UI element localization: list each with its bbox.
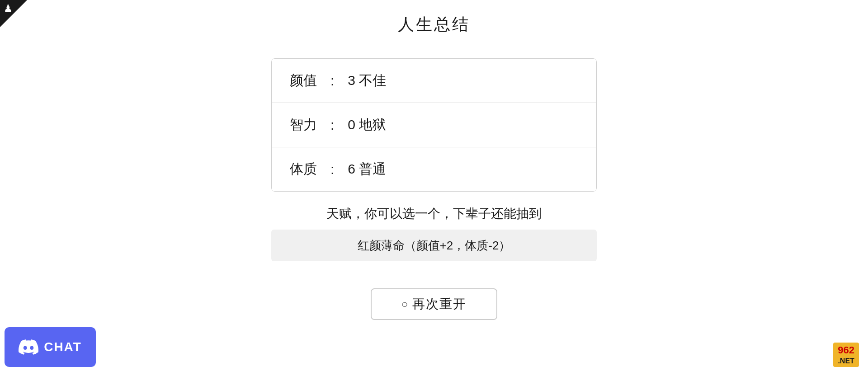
stat-row-intelligence: 智力 : 0 地狱 bbox=[272, 103, 596, 147]
restart-icon: ○ bbox=[401, 298, 409, 310]
stat-value-appearance: 3 不佳 bbox=[348, 71, 386, 90]
page-title: 人生总结 bbox=[398, 14, 470, 36]
talent-option-text: 红颜薄命（颜值+2，体质-2） bbox=[358, 238, 511, 254]
watermark-number: 962 bbox=[838, 344, 854, 356]
stat-colon-intelligence: : bbox=[330, 118, 334, 133]
stat-label-intelligence: 智力 bbox=[290, 116, 330, 134]
stat-label-constitution: 体质 bbox=[290, 160, 330, 179]
talent-option[interactable]: 红颜薄命（颜值+2，体质-2） bbox=[271, 230, 597, 261]
watermark: 962 .NET bbox=[833, 343, 859, 367]
restart-button[interactable]: ○ 再次重开 bbox=[371, 288, 497, 320]
stat-colon-appearance: : bbox=[330, 73, 334, 89]
stat-value-intelligence: 0 地狱 bbox=[348, 116, 386, 134]
stats-container: 颜值 : 3 不佳 智力 : 0 地狱 体质 : 6 普通 bbox=[271, 58, 597, 192]
chat-label: CHAT bbox=[44, 340, 82, 354]
stat-colon-constitution: : bbox=[330, 162, 334, 177]
restart-button-label: 再次重开 bbox=[412, 296, 467, 313]
talent-prompt: 天赋，你可以选一个，下辈子还能抽到 bbox=[326, 205, 542, 222]
discord-chat-button[interactable]: CHAT bbox=[5, 327, 96, 367]
stat-row-constitution: 体质 : 6 普通 bbox=[272, 147, 596, 191]
main-content: 人生总结 颜值 : 3 不佳 智力 : 0 地狱 体质 : 6 普通 天赋，你可… bbox=[0, 0, 868, 320]
chess-icon: ♟ bbox=[4, 3, 13, 14]
stat-label-appearance: 颜值 bbox=[290, 71, 330, 90]
stat-row-appearance: 颜值 : 3 不佳 bbox=[272, 59, 596, 103]
stat-value-constitution: 6 普通 bbox=[348, 160, 386, 179]
discord-icon bbox=[19, 337, 38, 357]
watermark-net: .NET bbox=[838, 357, 854, 365]
